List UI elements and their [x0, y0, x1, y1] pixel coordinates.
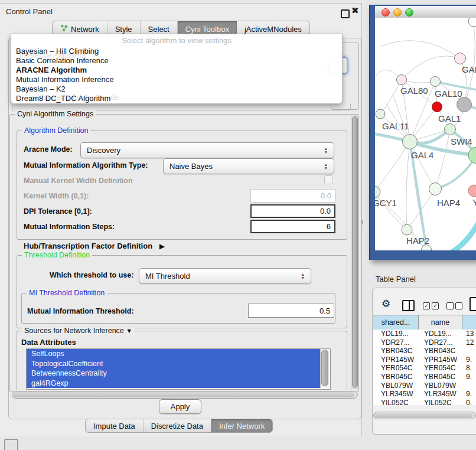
table-cell[interactable]: 12 [462, 338, 476, 347]
table-cell[interactable]: YBR043C [419, 347, 462, 356]
settings-vertical-scrollbar[interactable] [351, 115, 358, 390]
column-header-partial[interactable] [462, 315, 476, 330]
table-cell[interactable]: YBL079W [373, 381, 419, 390]
network-window-titlebar[interactable] [375, 6, 476, 18]
aracne-mode-select[interactable]: Discovery ▲▼ [80, 142, 334, 158]
settings-horizontal-scrollbar[interactable] [12, 391, 358, 399]
table-cell[interactable]: 9. [462, 390, 476, 399]
close-traffic-light[interactable] [382, 8, 390, 17]
table-cell[interactable]: 8. [462, 364, 476, 373]
mi-threshold-value: 0.5 [319, 306, 330, 315]
dropdown-item[interactable]: Bayesian – K2 [16, 84, 337, 94]
zoom-traffic-light[interactable] [405, 8, 413, 17]
table-cell[interactable]: YIL052C [373, 399, 419, 405]
table-row[interactable]: YBL079W YBL079W [373, 381, 476, 390]
table-cell[interactable]: 13 [462, 330, 476, 338]
attributes-list-scrollbar[interactable] [320, 349, 329, 388]
cyni-bottom-tabbar: Impute Data Discretize Data Infer Networ… [85, 419, 273, 433]
table-row[interactable]: YBR045C YBR045C 9. [373, 373, 476, 381]
mi-algorithm-type-select[interactable]: Naive Bayes ▲▼ [163, 158, 334, 174]
network-canvas[interactable]: GAL GAL80 GAL10 GAL11 GAL1 SWI4 GAL4 GCY… [375, 18, 476, 250]
table-cell[interactable]: YPR145W [419, 356, 462, 364]
table-cell[interactable]: YBR043C [373, 347, 419, 356]
table-cell[interactable]: YDL19... [373, 330, 419, 338]
column-view-icon[interactable] [402, 300, 415, 311]
network-node-partial-top[interactable] [468, 18, 476, 27]
table-cell[interactable] [462, 381, 476, 390]
network-node-gal80[interactable] [397, 75, 407, 85]
dropdown-item[interactable]: Bayesian – Hill Climbing [16, 47, 337, 56]
network-node-gal10[interactable] [431, 77, 441, 87]
table-cell[interactable]: YDL19... [419, 330, 462, 338]
table-cell[interactable]: YDR27... [419, 338, 462, 347]
table-horizontal-scrollbar[interactable] [373, 412, 476, 419]
float-window-icon[interactable] [341, 9, 350, 18]
mi-steps-input[interactable]: 6 [250, 220, 335, 233]
table-cell[interactable]: YER054C [373, 364, 419, 373]
manual-kernel-width-checkbox[interactable] [324, 175, 333, 184]
table-cell[interactable]: YLR345W [419, 390, 462, 399]
list-item[interactable]: BetweennessCentrality [27, 369, 324, 379]
table-row[interactable]: YPR145W YPR145W 9. [373, 356, 476, 364]
network-node-pink-top[interactable] [455, 53, 466, 64]
list-item[interactable]: TopologicalCoefficient [27, 359, 324, 369]
network-node-gal4[interactable] [403, 135, 418, 149]
gear-icon[interactable]: ⚙ [382, 299, 390, 309]
network-node-hap2[interactable] [402, 224, 412, 235]
table-cell[interactable] [462, 347, 476, 356]
control-panel-title: Control Panel [6, 7, 53, 16]
table-cell[interactable]: YBL079W [419, 381, 462, 390]
tab-infer-network[interactable]: Infer Network [211, 419, 272, 432]
dropdown-item-highlighted[interactable]: ARACNE Algorithm [16, 66, 337, 75]
table-cell[interactable]: YER054C [419, 364, 462, 373]
network-node-right-green[interactable] [468, 147, 476, 164]
table-row[interactable]: YDR27... YDR27... 12 [373, 338, 476, 347]
dropdown-item[interactable]: Mutual Information Inference [16, 75, 337, 84]
table-row[interactable]: YDL19... YDL19... 13 [373, 330, 476, 338]
table-row[interactable]: YER054C YER054C 8. [373, 364, 476, 373]
table-cell[interactable]: YPR145W [373, 356, 419, 364]
dpi-tolerance-input[interactable]: 0.0 [250, 204, 335, 218]
list-item[interactable]: gal4RGexp [27, 379, 324, 389]
network-node-red[interactable] [432, 102, 442, 112]
table-cell[interactable]: 9. [462, 373, 476, 381]
list-item[interactable]: SelfLoops [27, 349, 324, 359]
table-cell[interactable]: YBR045C [419, 373, 462, 381]
document-icon[interactable] [470, 297, 476, 311]
which-threshold-select[interactable]: MI Threshold ▲▼ [139, 268, 311, 284]
tab-discretize-data[interactable]: Discretize Data [144, 419, 211, 432]
table-cell[interactable]: 0. [462, 399, 476, 405]
table-row[interactable]: YBR043C YBR043C [373, 347, 476, 356]
table-cell[interactable]: 9. [462, 356, 476, 364]
network-node-gal11[interactable] [376, 109, 385, 119]
splitpane-grip[interactable] [361, 220, 363, 224]
close-icon[interactable]: ✖ [351, 5, 359, 16]
hub-transcription-factor-section[interactable]: Hub/Transcription Factor Definition ▶ [24, 242, 165, 250]
network-node-hap4[interactable] [429, 183, 442, 195]
collapse-arrow-icon[interactable]: ▼ [126, 327, 132, 334]
apply-button[interactable]: Apply [159, 399, 201, 414]
dropdown-item[interactable]: Dream8 DC_TDC Algorithm [16, 94, 337, 103]
table-cell[interactable]: YDR27... [373, 338, 419, 347]
mi-threshold-input[interactable]: 0.5 [248, 304, 334, 318]
column-header-shared-name[interactable]: shared... [373, 315, 419, 330]
table-cell[interactable]: YLR345W [373, 390, 419, 399]
table-cell[interactable]: YBR045C [373, 373, 419, 381]
network-node-gal1[interactable] [445, 124, 456, 135]
screen: Control Panel ✖ Network Style Select Cyn… [0, 0, 476, 450]
table-cell[interactable]: YIL052C [419, 399, 462, 405]
kernel-width-input[interactable]: 0.0 [250, 189, 335, 203]
tab-impute-data[interactable]: Impute Data [86, 419, 144, 432]
table-row[interactable]: YLR345W YLR345W 9. [373, 390, 476, 399]
network-node-gcy1[interactable] [375, 186, 380, 198]
expand-arrow-icon[interactable]: ▶ [159, 242, 165, 250]
table-row-partial[interactable]: YIL052C YIL052C 0. [373, 399, 476, 405]
column-header-name[interactable]: name [419, 315, 462, 330]
dropdown-item[interactable]: Basic Correlation Inference [16, 56, 337, 66]
network-node-salmon[interactable] [468, 185, 476, 197]
select-all-checkboxes-icon[interactable]: ✓✓ [423, 302, 439, 309]
minimized-panel-icon[interactable] [4, 439, 18, 450]
minimize-traffic-light[interactable] [393, 8, 402, 17]
deselect-all-checkboxes-icon[interactable] [446, 302, 462, 309]
network-node-gray[interactable] [457, 97, 472, 112]
